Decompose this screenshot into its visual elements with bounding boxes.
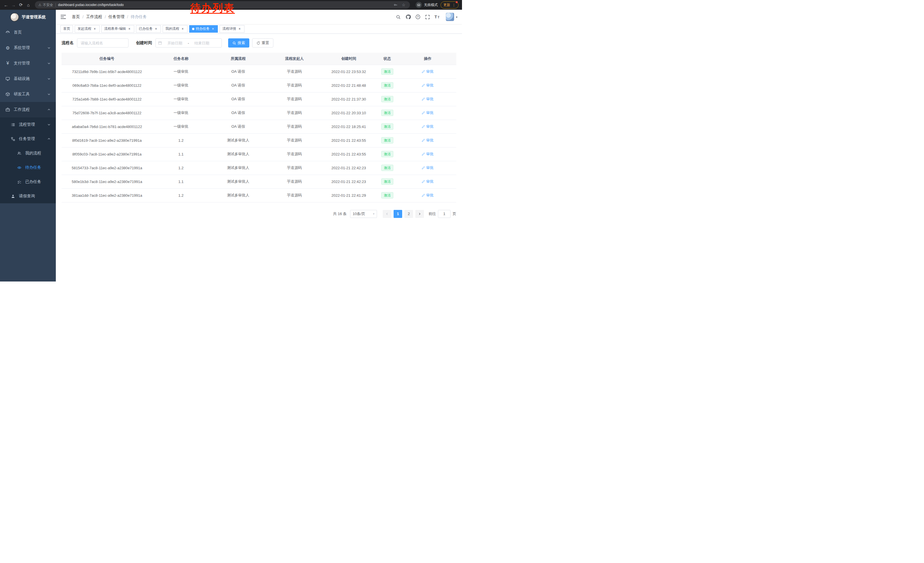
forward-button[interactable]: → (10, 1, 17, 9)
font-size-icon[interactable]: TT (433, 13, 442, 21)
col-process: 所属流程 (210, 53, 267, 65)
cell-status: 激活 (375, 161, 399, 175)
approve-link[interactable]: 审批 (422, 110, 434, 116)
chevron-down-icon (47, 77, 51, 81)
logo-avatar (10, 13, 19, 21)
close-icon[interactable]: × (181, 27, 184, 31)
fullscreen-icon[interactable] (423, 13, 432, 21)
status-badge: 激活 (381, 123, 393, 130)
approve-link[interactable]: 审批 (422, 138, 434, 143)
app-logo[interactable]: 芋道管理系统 (0, 10, 56, 25)
cell-task-id: 381aa1dd-7ac8-11ec-a9e2-a2380e71991a (62, 188, 152, 202)
chevron-down-icon (47, 93, 51, 96)
breadcrumb-separator: / (127, 15, 128, 19)
close-icon[interactable]: × (93, 27, 97, 31)
table-row: 381aa1dd-7ac8-11ec-a9e2-a2380e71991a 1.2… (62, 188, 456, 202)
sidebar-item-workflow[interactable]: 工作流程 (0, 102, 56, 117)
approve-link[interactable]: 审批 (422, 179, 434, 184)
sidebar-item-payment[interactable]: ¥ 支付管理 (0, 56, 56, 71)
status-badge: 激活 (381, 179, 393, 185)
reload-button[interactable]: ⟳ (17, 1, 25, 9)
sidebar-toggle[interactable] (60, 14, 67, 20)
cell-process: 测试多审批人 (210, 161, 267, 175)
page-button-2[interactable]: 2 (405, 210, 413, 218)
person-icon (10, 194, 15, 198)
approve-link[interactable]: 审批 (422, 193, 434, 198)
sidebar-item-process-management[interactable]: 流程管理 (0, 117, 56, 132)
cell-task-name: 一级审批 (152, 78, 210, 92)
approve-link[interactable]: 审批 (422, 96, 434, 102)
url-text: dashboard.yudao.iocoder.cn/bpm/task/todo (58, 3, 124, 7)
start-date-input[interactable] (163, 41, 187, 45)
eye-icon (16, 165, 22, 170)
tab-my-processes[interactable]: 我的流程 × (163, 25, 188, 33)
sidebar-item-leave-query[interactable]: 请假查询 (0, 189, 56, 203)
process-name-label: 流程名 (62, 41, 74, 45)
page-button-1[interactable]: 1 (394, 210, 402, 218)
close-icon[interactable]: × (128, 27, 131, 31)
home-button[interactable]: ⌂ (25, 1, 32, 9)
cell-create-time: 2022-01-21 22:43:55 (322, 134, 375, 147)
calendar-icon (158, 41, 162, 45)
search-button[interactable]: 搜索 (228, 38, 249, 48)
breadcrumb-task-management[interactable]: 任务管理 (108, 14, 124, 20)
cell-status: 激活 (375, 120, 399, 134)
process-name-input[interactable] (77, 38, 129, 48)
sidebar-item-devtools[interactable]: 研发工具 (0, 87, 56, 102)
search-icon[interactable] (394, 13, 403, 21)
yen-icon: ¥ (5, 61, 10, 66)
cell-initiator: 芋道源码 (267, 188, 322, 202)
key-icon[interactable] (393, 3, 399, 7)
reset-button[interactable]: 重置 (252, 38, 273, 48)
incognito-badge[interactable]: 无痕模式 (416, 2, 438, 8)
page-size-select[interactable]: 10条/页 ▾ (350, 210, 377, 218)
sidebar-item-home[interactable]: 首页 (0, 25, 56, 40)
tab-process-detail[interactable]: 流程详情 × (219, 25, 244, 33)
approve-link[interactable]: 审批 (422, 124, 434, 129)
help-icon[interactable]: ? (414, 13, 422, 21)
github-icon[interactable] (404, 13, 412, 21)
sidebar-item-infrastructure[interactable]: 基础设施 (0, 71, 56, 87)
breadcrumb-separator: / (82, 15, 84, 19)
close-icon[interactable]: × (154, 27, 158, 31)
approve-link[interactable]: 审批 (422, 165, 434, 170)
approve-link[interactable]: 审批 (422, 83, 434, 88)
sidebar-item-task-management[interactable]: 任务管理 (0, 132, 56, 146)
sidebar-item-my-processes[interactable]: 我的流程 (0, 146, 56, 161)
refresh-icon (256, 41, 260, 45)
sidebar-item-system[interactable]: ⚙ 系统管理 (0, 40, 56, 56)
bookmark-star-icon[interactable]: ☆ (401, 3, 406, 7)
browser-menu-kebab-icon[interactable]: ⋮ (452, 3, 456, 7)
update-button[interactable]: 更新 ⋮ (441, 2, 459, 9)
box-icon (5, 92, 10, 96)
date-range-picker[interactable]: - (155, 38, 222, 48)
cell-create-time: 2022-01-21 22:43:55 (322, 147, 375, 161)
address-bar[interactable]: ⚠ 不安全 dashboard.yudao.iocoder.cn/bpm/tas… (35, 1, 410, 9)
tab-todo-tasks[interactable]: 待办任务 × (189, 25, 218, 33)
tab-done-tasks[interactable]: 已办任务 × (136, 25, 161, 33)
prev-page-button[interactable] (383, 210, 391, 218)
workflow-submenu: 流程管理 任务管理 我的流程 (0, 117, 56, 203)
chevron-up-icon (47, 137, 51, 141)
close-icon[interactable]: × (211, 27, 215, 31)
sidebar-item-todo-tasks[interactable]: 待办任务 (0, 161, 56, 175)
user-menu[interactable]: ▾ (446, 13, 458, 21)
approve-link[interactable]: 审批 (422, 152, 434, 157)
sidebar-item-done-tasks[interactable]: 已办任务 (0, 175, 56, 189)
tab-start-process[interactable]: 发起流程 × (75, 25, 100, 33)
breadcrumb-current: 待办任务 (131, 14, 147, 20)
tab-process-form-edit[interactable]: 流程表单-编辑 × (101, 25, 134, 33)
goto-page-input[interactable] (438, 210, 450, 218)
back-button[interactable]: ← (2, 1, 10, 9)
approve-link[interactable]: 审批 (422, 69, 434, 74)
cell-process: 测试多审批人 (210, 188, 267, 202)
close-icon[interactable]: × (238, 27, 242, 31)
table-row: 069c6a63-7b8a-11ec-8ef0-acde48001122 一级审… (62, 78, 456, 92)
end-date-input[interactable] (190, 41, 213, 45)
tab-home[interactable]: 首页 (60, 25, 73, 33)
goto-suffix: 页 (453, 211, 456, 216)
breadcrumb-workflow[interactable]: 工作流程 (86, 14, 102, 20)
status-badge: 激活 (381, 68, 393, 75)
breadcrumb-home[interactable]: 首页 (72, 14, 80, 20)
next-page-button[interactable] (416, 210, 424, 218)
